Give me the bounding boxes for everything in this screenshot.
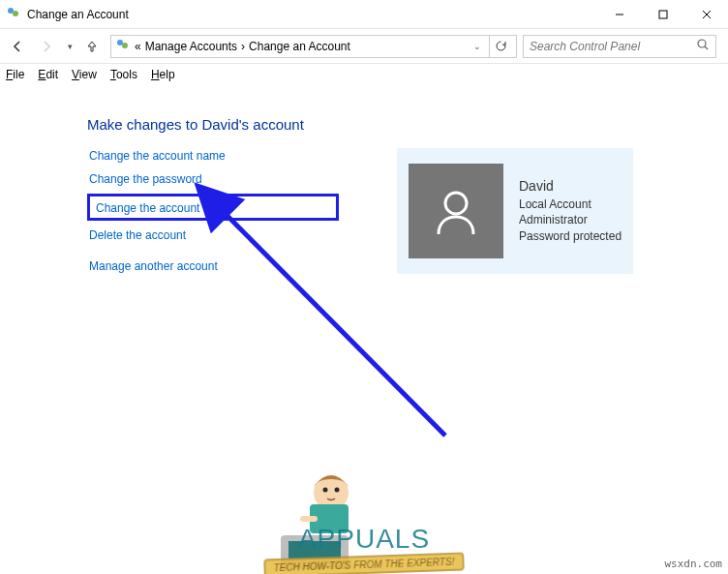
breadcrumb-nav-icon [115,37,131,55]
breadcrumb-seg-0[interactable]: Manage Accounts [145,40,237,53]
avatar [409,164,503,258]
page-title: Make changes to David's account [87,116,641,133]
svg-rect-3 [659,11,667,18]
maximize-button[interactable] [641,0,684,29]
account-type: Local Account [519,196,622,213]
close-button[interactable] [684,0,728,29]
window-controls [597,0,728,29]
title-bar: Change an Account [0,0,728,29]
highlight-annotation: Change the account type [87,194,339,221]
watermark-brand: APPUALS [264,524,465,555]
link-change-type[interactable]: Change the account type [94,200,227,216]
watermark: APPUALS TECH HOW-TO'S FROM THE EXPERTS! [264,524,465,574]
menu-bar: File Edit View Tools Help [0,64,728,85]
menu-view[interactable]: View [72,68,97,81]
menu-help[interactable]: Help [151,68,175,81]
account-protection: Password protected [519,228,622,245]
link-change-password[interactable]: Change the password [87,171,339,187]
svg-point-6 [117,40,123,45]
menu-file[interactable]: File [6,68,24,81]
search-box[interactable] [523,35,716,58]
account-info: David Local Account Administrator Passwo… [519,177,622,245]
action-links: Change the account name Change the passw… [87,148,339,274]
history-dropdown[interactable]: ▾ [62,42,77,51]
menu-tools[interactable]: Tools [110,68,137,81]
account-name: David [519,177,622,196]
menu-edit[interactable]: Edit [38,68,58,81]
search-icon[interactable] [696,38,710,55]
watermark-tagline: TECH HOW-TO'S FROM THE EXPERTS! [263,552,464,574]
svg-point-10 [445,193,467,214]
nav-bar: ▾ « Manage Accounts › Change an Account … [0,29,728,64]
refresh-button[interactable] [489,35,512,58]
back-button[interactable] [4,33,31,60]
svg-point-0 [8,8,14,14]
svg-point-1 [13,11,18,16]
search-input[interactable] [530,40,696,53]
svg-point-18 [335,488,340,493]
link-manage-another[interactable]: Manage another account [87,258,339,274]
up-button[interactable] [79,34,105,59]
link-delete-account[interactable]: Delete the account [87,227,339,243]
svg-rect-16 [300,516,318,522]
svg-point-8 [698,40,706,47]
svg-line-9 [705,46,708,49]
window-title: Change an Account [27,8,597,21]
breadcrumb-seg-1[interactable]: Change an Account [249,40,350,53]
minimize-button[interactable] [597,0,641,29]
account-card: David Local Account Administrator Passwo… [397,148,633,274]
svg-point-17 [323,488,328,493]
breadcrumb-sep-0: › [241,40,245,53]
account-role: Administrator [519,212,622,228]
breadcrumb-dropdown[interactable]: ⌄ [470,42,485,51]
forward-button[interactable] [33,33,60,60]
link-change-name[interactable]: Change the account name [87,148,339,164]
svg-point-7 [122,43,128,48]
source-url: wsxdn.com [664,558,722,570]
window-icon [6,5,21,24]
breadcrumb-chevrons: « [135,40,141,53]
breadcrumb[interactable]: « Manage Accounts › Change an Account ⌄ [110,35,517,58]
content-pane: Make changes to David's account Change t… [0,85,728,274]
